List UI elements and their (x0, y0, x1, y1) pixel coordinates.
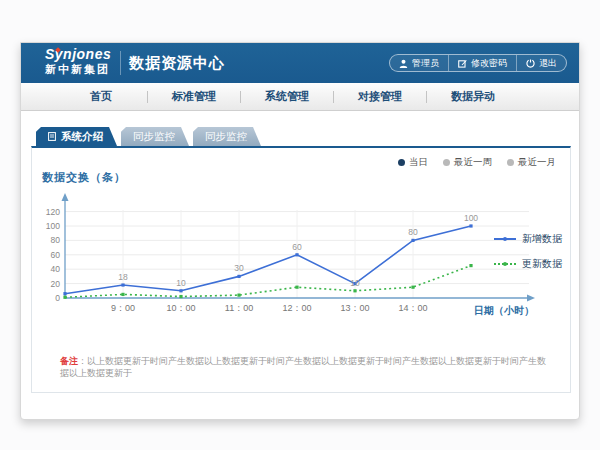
svg-text:100: 100 (464, 213, 478, 223)
footnote-text: ：以上数据更新于时间产生数据以上数据更新于时间产生数据以上数据更新于时间产生数据… (60, 356, 546, 378)
footnote: 备注：以上数据更新于时间产生数据以上数据更新于时间产生数据以上数据更新于时间产生… (60, 355, 554, 379)
user-toolbar: 管理员 修改密码 退出 (389, 54, 567, 72)
legend-label: 新增数据 (522, 232, 562, 246)
dotted-line-icon (494, 263, 516, 265)
svg-text:80: 80 (51, 235, 61, 245)
radio-icon (443, 159, 450, 166)
tab-sync-monitor-2[interactable]: 同步监控 (193, 127, 261, 146)
svg-text:0: 0 (55, 293, 60, 303)
radio-icon (398, 159, 405, 166)
nav-item-standard-mgmt[interactable]: 标准管理 (148, 89, 240, 104)
user-label: 管理员 (412, 57, 439, 70)
svg-text:11：00: 11：00 (225, 303, 253, 313)
svg-text:10: 10 (350, 278, 360, 288)
radio-label: 最近一月 (518, 156, 556, 169)
header: Synjones 新中新集团 数据资源中心 管理员 修改密码 (21, 43, 579, 83)
svg-text:80: 80 (408, 227, 418, 237)
legend-item-update-data[interactable]: 更新数据 (494, 257, 562, 271)
power-icon (526, 59, 535, 68)
time-range-radio-group: 当日 最近一周 最近一月 (398, 156, 556, 169)
legend-item-new-data[interactable]: 新增数据 (494, 232, 562, 246)
tab-label: 同步监控 (133, 130, 175, 144)
radio-icon (507, 159, 514, 166)
svg-text:9：00: 9：00 (111, 303, 135, 313)
radio-label: 最近一周 (454, 156, 492, 169)
line-chart: 0204060801001209：0010：0011：0012：0013：001… (32, 186, 572, 336)
svg-text:120: 120 (46, 207, 60, 217)
change-password-label: 修改密码 (471, 57, 507, 70)
legend-label: 更新数据 (522, 257, 562, 271)
change-password-button[interactable]: 修改密码 (448, 55, 516, 71)
document-icon (48, 132, 56, 141)
app-window: Synjones 新中新集团 数据资源中心 管理员 修改密码 (20, 42, 580, 420)
svg-text:60: 60 (51, 250, 61, 260)
tab-sync-monitor-1[interactable]: 同步监控 (121, 127, 189, 146)
logo: Synjones 新中新集团 (45, 47, 111, 76)
tab-bar: 系统介绍 同步监控 同步监控 (36, 127, 261, 146)
svg-text:12：00: 12：00 (282, 303, 311, 313)
solid-line-icon (494, 238, 516, 240)
logout-label: 退出 (539, 57, 557, 70)
chart-panel: 当日 最近一周 最近一月 数据交换（条） 0204060801001209：00… (31, 146, 571, 393)
page-title: 数据资源中心 (129, 54, 225, 73)
tab-system-intro[interactable]: 系统介绍 (36, 127, 117, 146)
user-button[interactable]: 管理员 (390, 55, 448, 71)
chart-legend: 新增数据 更新数据 (494, 232, 562, 271)
logo-subtitle: 新中新集团 (45, 62, 111, 76)
tab-label: 同步监控 (205, 130, 247, 144)
svg-text:日期（小时）: 日期（小时） (474, 305, 534, 316)
header-divider (120, 51, 121, 75)
edit-icon (458, 59, 467, 68)
radio-last-week[interactable]: 最近一周 (443, 156, 492, 169)
svg-text:14：00: 14：00 (398, 303, 427, 313)
svg-text:10：00: 10：00 (166, 303, 195, 313)
svg-text:100: 100 (46, 221, 60, 231)
main-nav: 首页 标准管理 系统管理 对接管理 数据异动 (21, 83, 579, 111)
radio-today[interactable]: 当日 (398, 156, 428, 169)
svg-text:60: 60 (292, 242, 302, 252)
logout-button[interactable]: 退出 (516, 55, 566, 71)
y-axis-title: 数据交换（条） (42, 170, 126, 185)
svg-text:10: 10 (176, 278, 186, 288)
radio-label: 当日 (409, 156, 428, 169)
svg-text:13：00: 13：00 (340, 303, 369, 313)
nav-item-home[interactable]: 首页 (55, 89, 147, 104)
nav-item-data-change[interactable]: 数据异动 (427, 89, 519, 104)
tab-label: 系统介绍 (61, 130, 103, 144)
svg-text:40: 40 (51, 264, 61, 274)
nav-item-interface-mgmt[interactable]: 对接管理 (334, 89, 426, 104)
svg-text:18: 18 (118, 272, 128, 282)
svg-text:20: 20 (51, 279, 61, 289)
footnote-label: 备注 (60, 356, 78, 366)
radio-last-month[interactable]: 最近一月 (507, 156, 556, 169)
user-icon (399, 59, 408, 68)
nav-item-system-mgmt[interactable]: 系统管理 (241, 89, 333, 104)
svg-text:30: 30 (234, 263, 244, 273)
